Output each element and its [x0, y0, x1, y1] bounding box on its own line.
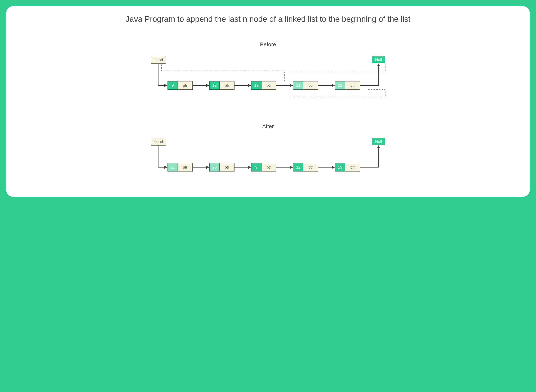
node-value: 23: [209, 163, 219, 172]
node-value: 12: [293, 163, 303, 172]
head-text: Head: [154, 58, 163, 62]
node-value: 19: [251, 81, 261, 90]
node-ptr: ptr: [261, 163, 276, 172]
card: Java Program to append the last n node o…: [6, 6, 530, 197]
page-title: Java Program to append the last n node o…: [15, 14, 521, 24]
null-text: Null: [375, 57, 382, 62]
node-value: 9: [251, 163, 261, 172]
after-arrows: [147, 138, 389, 180]
node-value: 23: [335, 81, 345, 90]
node-before-3: 21 ptr: [293, 81, 318, 90]
node-after-2: 9 ptr: [251, 163, 276, 172]
node-ptr: ptr: [303, 81, 318, 90]
node-after-3: 12 ptr: [293, 163, 318, 172]
node-ptr: ptr: [303, 163, 318, 172]
node-ptr: ptr: [219, 81, 234, 90]
node-value: 19: [335, 163, 345, 172]
node-ptr: ptr: [177, 163, 193, 172]
node-before-1: 12 ptr: [209, 81, 234, 90]
node-value: 21: [293, 81, 303, 90]
node-before-4: 23 ptr: [335, 81, 360, 90]
node-value: 21: [168, 163, 177, 172]
after-diagram: Head Null 21 ptr 23 ptr 9 ptr 12 ptr 19 …: [147, 138, 389, 180]
node-ptr: ptr: [345, 163, 360, 172]
head-text: Head: [154, 140, 163, 144]
node-ptr: ptr: [219, 163, 234, 172]
null-text: Null: [375, 139, 382, 144]
before-label: Before: [15, 41, 521, 48]
node-after-1: 23 ptr: [209, 163, 234, 172]
null-box: Null: [372, 138, 385, 145]
node-ptr: ptr: [261, 81, 276, 90]
node-before-0: 9 ptr: [168, 81, 193, 90]
node-value: 9: [168, 81, 177, 90]
node-ptr: ptr: [177, 81, 193, 90]
node-ptr: ptr: [345, 81, 360, 90]
null-box: Null: [372, 56, 385, 63]
node-after-4: 19 ptr: [335, 163, 360, 172]
node-value: 12: [209, 81, 219, 90]
node-after-0: 21 ptr: [168, 163, 193, 172]
node-before-2: 19 ptr: [251, 81, 276, 90]
head-box: Head: [151, 56, 166, 64]
head-box: Head: [151, 138, 166, 145]
after-label: After: [15, 123, 521, 130]
before-diagram: Head Null 9 ptr 12 ptr 19 ptr 21 ptr 23 …: [147, 56, 389, 111]
